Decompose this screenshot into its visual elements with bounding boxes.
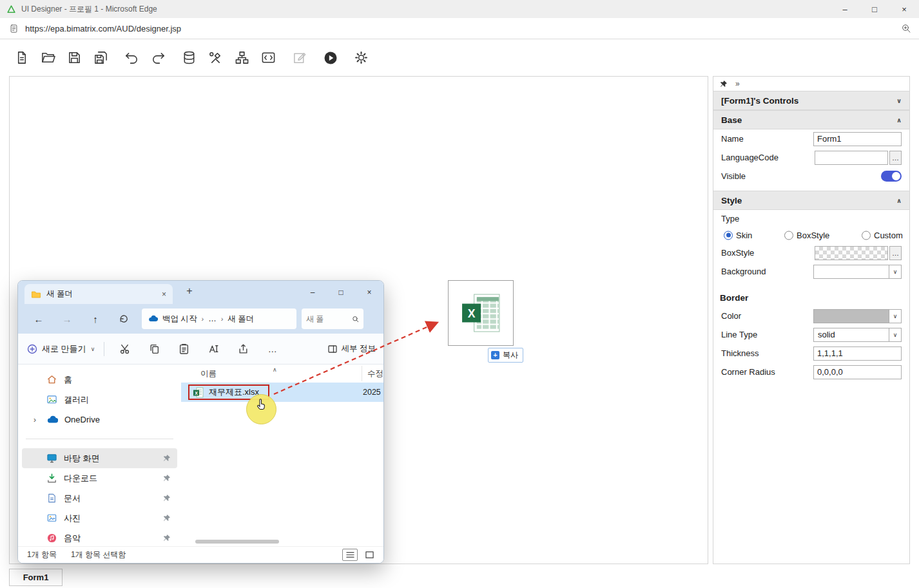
details-view-icon[interactable]: [342, 549, 358, 561]
chevron-down-icon[interactable]: ∨: [889, 310, 901, 323]
minimize-button[interactable]: –: [830, 0, 860, 18]
form-tab[interactable]: Form1: [9, 569, 63, 586]
undo-icon[interactable]: [123, 49, 140, 66]
sidebar-item-desktop[interactable]: 바탕 화면: [22, 448, 177, 468]
maximize-button[interactable]: □: [860, 0, 889, 18]
share-icon[interactable]: [228, 343, 258, 354]
details-pane-icon: [327, 344, 338, 354]
name-input[interactable]: [813, 132, 902, 146]
line-type-value: solid: [814, 328, 889, 341]
copy-icon[interactable]: [139, 343, 169, 354]
file-row[interactable]: X 재무제표.xlsx 2025: [181, 383, 383, 402]
line-type-select[interactable]: solid ∨: [813, 328, 902, 342]
sidebar-item-home[interactable]: 홈: [22, 370, 177, 390]
boxstyle-swatch[interactable]: [815, 246, 888, 260]
chevron-down-icon[interactable]: ∨: [889, 328, 901, 341]
sidebar-item-downloads[interactable]: 다운로드: [22, 468, 177, 488]
code-icon[interactable]: [260, 49, 277, 66]
up-icon[interactable]: ↑: [81, 314, 110, 325]
close-button[interactable]: ×: [355, 281, 383, 304]
row-thickness: Thickness: [713, 344, 909, 363]
radio-skin[interactable]: Skin: [724, 231, 752, 240]
save-all-icon[interactable]: [92, 49, 110, 66]
page-info-icon[interactable]: [9, 24, 19, 33]
back-icon[interactable]: ←: [24, 314, 53, 325]
radio-boxstyle-circle[interactable]: [784, 231, 793, 240]
radio-custom-circle[interactable]: [862, 231, 871, 240]
pin-icon[interactable]: [162, 474, 171, 482]
column-modified[interactable]: 수정: [362, 366, 383, 381]
pin-icon[interactable]: [162, 494, 171, 502]
breadcrumb[interactable]: 백업 시작 › … › 새 폴더: [142, 308, 296, 329]
minimize-button[interactable]: –: [298, 281, 327, 304]
breadcrumb-ellipsis[interactable]: …: [208, 314, 217, 323]
row-corner-radius: Corner Radius: [713, 363, 909, 381]
explorer-search[interactable]: [302, 308, 363, 329]
thickness-input[interactable]: [813, 346, 902, 361]
controls-header[interactable]: [Form1]'s Controls ∨: [713, 91, 909, 110]
radio-boxstyle[interactable]: BoxStyle: [784, 231, 829, 240]
chevron-right-icon: ›: [201, 315, 204, 323]
pin-icon[interactable]: [162, 514, 171, 522]
languagecode-input[interactable]: [815, 151, 888, 165]
sidebar-item-onedrive[interactable]: › OneDrive: [22, 410, 177, 430]
new-tab-button[interactable]: +: [182, 285, 197, 297]
breadcrumb-current[interactable]: 새 폴더: [227, 314, 254, 325]
corner-radius-input[interactable]: [813, 365, 902, 379]
radio-skin-circle[interactable]: [724, 231, 733, 240]
redo-icon[interactable]: [150, 49, 167, 66]
new-item-button[interactable]: 새로 만들기 ∨: [27, 343, 95, 355]
search-input[interactable]: [306, 314, 352, 323]
sidebar-item-documents[interactable]: 문서: [22, 488, 177, 508]
paste-icon[interactable]: [169, 343, 198, 354]
close-button[interactable]: ×: [889, 0, 919, 18]
collapse-panel-icon[interactable]: »: [735, 79, 740, 88]
more-options-icon[interactable]: …: [258, 344, 287, 354]
scrollbar-thumb[interactable]: [195, 540, 279, 544]
visible-toggle[interactable]: [881, 171, 902, 182]
zoom-icon[interactable]: [901, 23, 911, 33]
rename-icon[interactable]: [198, 343, 228, 354]
pin-icon[interactable]: [162, 534, 171, 542]
details-button[interactable]: 세부 정보: [327, 343, 376, 354]
new-document-icon[interactable]: [13, 49, 30, 66]
tools-icon[interactable]: [207, 49, 224, 66]
settings-gear-icon[interactable]: [353, 49, 370, 66]
explorer-addressbar: ← → ↑ 백업 시작 › … › 새 폴더: [18, 304, 383, 334]
languagecode-browse-button[interactable]: …: [889, 151, 902, 165]
chevron-right-icon[interactable]: ›: [34, 415, 36, 424]
tab-close-icon[interactable]: ×: [162, 290, 166, 299]
pin-icon[interactable]: [162, 454, 171, 462]
section-base[interactable]: Base ∧: [713, 110, 909, 129]
radio-custom[interactable]: Custom: [862, 231, 903, 240]
open-folder-icon[interactable]: [39, 49, 57, 66]
border-color-dropdown[interactable]: ∨: [813, 309, 902, 323]
sidebar-item-music[interactable]: 음악: [22, 528, 177, 548]
sidebar-item-pictures[interactable]: 사진: [22, 508, 177, 528]
background-dropdown[interactable]: ∨: [813, 265, 902, 279]
sidebar-item-label: OneDrive: [64, 415, 100, 424]
maximize-button[interactable]: □: [327, 281, 355, 304]
sidebar-item-gallery[interactable]: 갤러리: [22, 390, 177, 410]
cut-icon[interactable]: [110, 343, 139, 354]
refresh-icon[interactable]: [110, 314, 138, 324]
thumbnail-view-icon[interactable]: [362, 549, 377, 561]
save-icon[interactable]: [66, 49, 83, 66]
explorer-tab[interactable]: 새 폴더 ×: [24, 284, 173, 304]
pin-panel-icon[interactable]: [719, 80, 728, 88]
search-icon: [352, 315, 359, 323]
database-icon[interactable]: [180, 49, 198, 66]
file-modified-date: 2025: [363, 388, 382, 397]
horizontal-scrollbar[interactable]: [186, 539, 378, 544]
section-style[interactable]: Style ∧: [713, 191, 909, 210]
run-icon[interactable]: [322, 49, 339, 66]
dropped-excel-file[interactable]: X: [448, 280, 514, 346]
sitemap-icon[interactable]: [233, 49, 251, 66]
url-text[interactable]: https://epa.bimatrix.com/AUD/designer.js…: [25, 24, 181, 33]
thickness-label: Thickness: [721, 348, 759, 358]
row-boxstyle: BoxStyle …: [713, 243, 909, 262]
chevron-down-icon[interactable]: ∨: [889, 265, 901, 278]
boxstyle-browse-button[interactable]: …: [889, 246, 902, 260]
column-name[interactable]: 이름: [200, 368, 217, 379]
breadcrumb-backup[interactable]: 백업 시작: [162, 314, 197, 325]
